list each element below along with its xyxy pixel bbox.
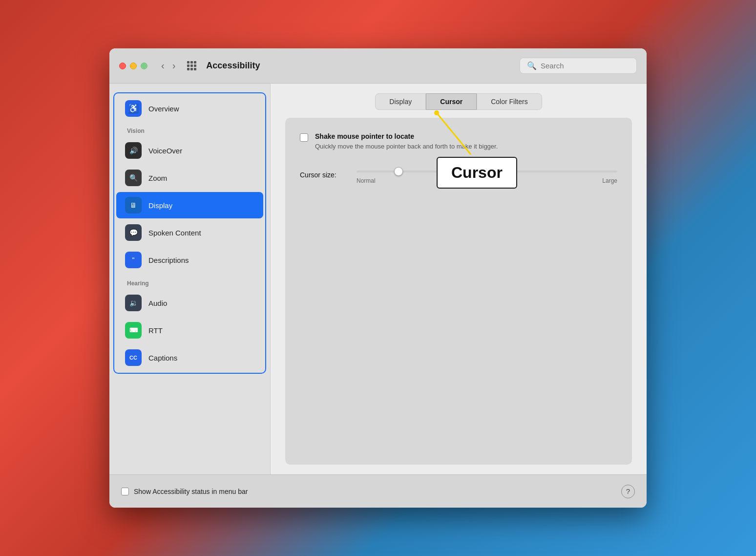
sidebar-item-voiceover[interactable]: 🔊 VoiceOver xyxy=(116,137,263,164)
sidebar: ♿ Overview Vision 🔊 VoiceOver 🔍 Zoom 🖥 D… xyxy=(109,84,271,474)
sidebar-item-overview[interactable]: ♿ Overview xyxy=(116,95,263,122)
tab-display[interactable]: Display xyxy=(375,93,426,110)
tooltip-annotation: Cursor xyxy=(437,157,517,189)
grid-dot xyxy=(190,68,193,70)
grid-dot xyxy=(194,68,196,70)
descriptions-icon: " xyxy=(125,252,142,268)
voiceover-icon: 🔊 xyxy=(125,142,142,159)
sidebar-selection-border: ♿ Overview Vision 🔊 VoiceOver 🔍 Zoom 🖥 D… xyxy=(113,92,266,374)
minimize-button[interactable] xyxy=(130,63,137,69)
traffic-lights xyxy=(119,63,147,69)
status-checkbox-row: Show Accessibility status in menu bar xyxy=(121,488,248,495)
sidebar-item-spoken[interactable]: 💬 Spoken Content xyxy=(116,219,263,246)
tab-cursor[interactable]: Cursor xyxy=(426,93,477,110)
back-button[interactable]: ‹ xyxy=(159,59,167,72)
grid-dot xyxy=(187,61,189,64)
zoom-icon: 🔍 xyxy=(125,170,142,186)
bottom-bar: Show Accessibility status in menu bar ? xyxy=(109,474,647,508)
tabs-row: Display Cursor Color Filters xyxy=(285,93,632,110)
search-bar[interactable]: 🔍 xyxy=(520,58,637,74)
sidebar-item-captions[interactable]: CC Captions xyxy=(116,344,263,371)
tab-color-filters[interactable]: Color Filters xyxy=(477,93,542,110)
grid-dot xyxy=(190,61,193,64)
section-hearing: Hearing xyxy=(114,274,265,289)
status-checkbox[interactable] xyxy=(121,488,129,495)
content-area: Shake mouse pointer to locate Quickly mo… xyxy=(285,118,632,465)
grid-dot xyxy=(187,68,189,70)
svg-point-1 xyxy=(434,110,439,115)
grid-dot xyxy=(190,64,193,67)
sidebar-label-overview: Overview xyxy=(148,105,179,113)
search-icon: 🔍 xyxy=(527,61,537,70)
rtt-icon: ⌨ xyxy=(125,322,142,339)
nav-buttons: ‹ › xyxy=(159,59,177,72)
right-panel: Display Cursor Color Filters Shake mouse… xyxy=(271,84,647,474)
annotation-arrow xyxy=(398,108,495,171)
grid-icon[interactable] xyxy=(187,61,196,70)
cursor-size-label: Cursor size: xyxy=(300,171,349,179)
sidebar-item-descriptions[interactable]: " Descriptions xyxy=(116,247,263,273)
status-label: Show Accessibility status in menu bar xyxy=(134,488,248,495)
maximize-button[interactable] xyxy=(141,63,147,69)
forward-button[interactable]: › xyxy=(170,59,178,72)
sidebar-label-rtt: RTT xyxy=(148,326,163,335)
section-vision: Vision xyxy=(114,122,265,136)
sidebar-label-zoom: Zoom xyxy=(148,174,167,182)
main-window: ‹ › Accessibility 🔍 ♿ O xyxy=(109,48,647,508)
search-input[interactable] xyxy=(541,62,630,70)
sidebar-label-voiceover: VoiceOver xyxy=(148,147,182,155)
audio-icon: 🔉 xyxy=(125,295,142,311)
svg-line-0 xyxy=(437,113,471,154)
captions-icon: CC xyxy=(125,349,142,366)
main-content: ♿ Overview Vision 🔊 VoiceOver 🔍 Zoom 🖥 D… xyxy=(109,84,647,474)
sidebar-item-display[interactable]: 🖥 Display xyxy=(116,192,263,218)
grid-dot xyxy=(187,64,189,67)
help-button[interactable]: ? xyxy=(621,485,635,498)
grid-dot xyxy=(194,61,196,64)
sidebar-label-descriptions: Descriptions xyxy=(148,256,189,264)
grid-dot xyxy=(194,64,196,67)
sidebar-label-captions: Captions xyxy=(148,354,177,362)
slider-label-normal: Normal xyxy=(357,177,376,184)
display-icon: 🖥 xyxy=(125,197,142,214)
sidebar-label-spoken: Spoken Content xyxy=(148,229,201,237)
shake-checkbox[interactable] xyxy=(300,133,308,142)
spoken-icon: 💬 xyxy=(125,224,142,241)
sidebar-item-audio[interactable]: 🔉 Audio xyxy=(116,290,263,316)
sidebar-item-zoom[interactable]: 🔍 Zoom xyxy=(116,165,263,191)
sidebar-item-rtt[interactable]: ⌨ RTT xyxy=(116,317,263,343)
sidebar-label-display: Display xyxy=(148,201,172,210)
sidebar-label-audio: Audio xyxy=(148,299,167,307)
help-icon: ? xyxy=(626,487,630,495)
slider-label-large: Large xyxy=(602,177,617,184)
close-button[interactable] xyxy=(119,63,126,69)
window-title: Accessibility xyxy=(206,61,512,71)
titlebar: ‹ › Accessibility 🔍 xyxy=(109,48,647,84)
overview-icon: ♿ xyxy=(125,100,142,117)
